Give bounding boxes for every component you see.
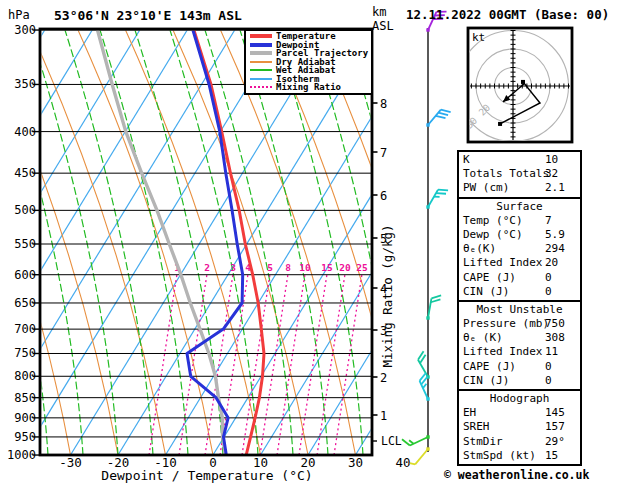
- legend-item-mixing-ratio: Mixing Ratio: [248, 83, 371, 92]
- pressure-tick-label: 900: [14, 411, 36, 425]
- stat-row: SREH157: [459, 420, 580, 434]
- stat-row: EH145: [459, 406, 580, 420]
- wind-barb: [428, 294, 441, 320]
- legend-line-swatch: [250, 86, 272, 88]
- stat-value: 32: [545, 167, 558, 181]
- km-tick-label: 1: [380, 409, 387, 423]
- stat-row: CAPE (J)0: [459, 271, 580, 285]
- stats-box-title: Most Unstable: [459, 303, 580, 317]
- legend-line-swatch: [250, 51, 272, 55]
- mixing-ratio-axis-label: Mixing Ratio (g/kg): [380, 225, 395, 368]
- mixing-ratio-value-label: 25: [356, 262, 368, 273]
- hodograph-box: [468, 28, 572, 142]
- stat-row: CIN (J)0: [459, 374, 580, 388]
- stat-value: 15: [545, 449, 558, 463]
- mixing-ratio-line: [317, 274, 345, 455]
- km-tick-label: 2: [380, 371, 387, 385]
- stat-row: θₑ(K)294: [459, 242, 580, 256]
- stat-row: CIN (J)0: [459, 285, 580, 299]
- pressure-tick-label: 400: [14, 125, 36, 139]
- pressure-tick-label: 350: [14, 77, 36, 91]
- dry-adiabat-line: [78, 30, 213, 455]
- stats-box-title: Surface: [459, 200, 580, 214]
- stats-box-indices: K10Totals Totals32PW (cm)2.1: [457, 150, 582, 199]
- temp-tick-label: 40: [395, 455, 410, 470]
- stat-row: PW (cm)2.1: [459, 181, 580, 195]
- stat-label: θₑ (K): [463, 331, 503, 344]
- pressure-tick-label: 650: [14, 296, 36, 310]
- stat-row: Dewp (°C)5.9: [459, 228, 580, 242]
- mixing-ratio-value-label: 3: [230, 262, 236, 273]
- stat-row: K10: [459, 153, 580, 167]
- wet-adiabat-line: [625, 30, 629, 455]
- stat-value: 294: [545, 242, 565, 256]
- stat-value: 11: [545, 345, 558, 359]
- km-tick-label: 8: [380, 97, 387, 111]
- stat-value: 145: [545, 406, 565, 420]
- dry-adiabat-line: [126, 30, 261, 455]
- wet-adiabat-line: [0, 30, 83, 455]
- datetime-label: 12.11.2022 00GMT (Base: 00): [406, 7, 609, 22]
- legend-line-swatch: [250, 78, 272, 80]
- pressure-tick-label: 500: [14, 203, 36, 217]
- pressure-tick-label: 950: [14, 430, 36, 444]
- stat-label: K: [463, 153, 470, 166]
- dry-adiabat-line: [31, 30, 166, 455]
- legend-line-swatch: [250, 69, 272, 71]
- stat-value: 7: [545, 214, 552, 228]
- wind-barb-column: [402, 8, 451, 466]
- stat-label: Lifted Index: [463, 256, 542, 269]
- stat-row: Temp (°C)7: [459, 214, 580, 228]
- hodograph: 2030kt: [458, 28, 573, 142]
- wind-level-dot: [426, 205, 429, 208]
- stat-row: Totals Totals32: [459, 167, 580, 181]
- wind-barb: [428, 186, 448, 212]
- stat-label: Dewp (°C): [463, 228, 523, 241]
- legend-line-swatch: [250, 34, 272, 38]
- pressure-tick-label: 600: [14, 268, 36, 282]
- wind-barb: [428, 106, 451, 131]
- mixing-ratio-value-label: 2: [204, 262, 210, 273]
- stat-value: 0: [545, 374, 552, 388]
- mixing-ratio-value-label: 15: [321, 262, 333, 273]
- stat-label: CAPE (J): [463, 271, 516, 284]
- pressure-tick-label: 300: [14, 23, 36, 37]
- mixing-ratio-line: [205, 274, 233, 455]
- pressure-tick-label: 1000: [7, 448, 36, 462]
- pressure-tick-label: 550: [14, 237, 36, 251]
- stats-box-surface: SurfaceTemp (°C)7Dewp (°C)5.9θₑ(K)294Lif…: [457, 197, 582, 302]
- stat-row: StmDir29°: [459, 435, 580, 449]
- wind-barb: [402, 429, 428, 448]
- temp-tick-label: -20: [107, 455, 130, 470]
- stat-label: Totals Totals: [463, 167, 549, 180]
- stats-box-hodograph: HodographEH145SREH157StmDir29°StmSpd (kt…: [457, 389, 582, 466]
- pressure-tick-label: 750: [14, 346, 36, 360]
- pressure-tick-label: 800: [14, 369, 36, 383]
- stat-label: StmDir: [463, 435, 503, 448]
- mixing-ratio-value-label: 10: [299, 262, 311, 273]
- wind-barb: [418, 373, 437, 399]
- mixing-ratio-value-label: 8: [285, 262, 291, 273]
- stat-row: StmSpd (kt)15: [459, 449, 580, 463]
- hodograph-point-marker: [521, 80, 525, 84]
- dry-adiabat-line: [601, 30, 629, 455]
- temp-tick-label: -30: [59, 455, 82, 470]
- legend-line-swatch: [250, 43, 272, 47]
- stat-label: CIN (J): [463, 374, 509, 387]
- stats-box-title: Hodograph: [459, 392, 580, 406]
- stat-value: 0: [545, 285, 552, 299]
- stats-box-most-unstable: Most UnstablePressure (mb)750θₑ (K)308Li…: [457, 300, 582, 391]
- stats-panel: K10Totals Totals32PW (cm)2.1SurfaceTemp …: [457, 152, 582, 466]
- stat-row: Lifted Index20: [459, 256, 580, 270]
- stat-label: EH: [463, 406, 476, 419]
- stat-value: 10: [545, 153, 558, 167]
- lcl-label: LCL: [381, 434, 402, 448]
- mixing-ratio-value-label: 20: [339, 262, 351, 273]
- stat-label: Temp (°C): [463, 214, 523, 227]
- km-tick-label: 7: [380, 146, 387, 160]
- pressure-tick-label: 700: [14, 322, 36, 336]
- stat-label: StmSpd (kt): [463, 449, 536, 462]
- wind-level-dot: [426, 316, 429, 319]
- legend-label: Mixing Ratio: [276, 82, 341, 92]
- stat-label: CIN (J): [463, 285, 509, 298]
